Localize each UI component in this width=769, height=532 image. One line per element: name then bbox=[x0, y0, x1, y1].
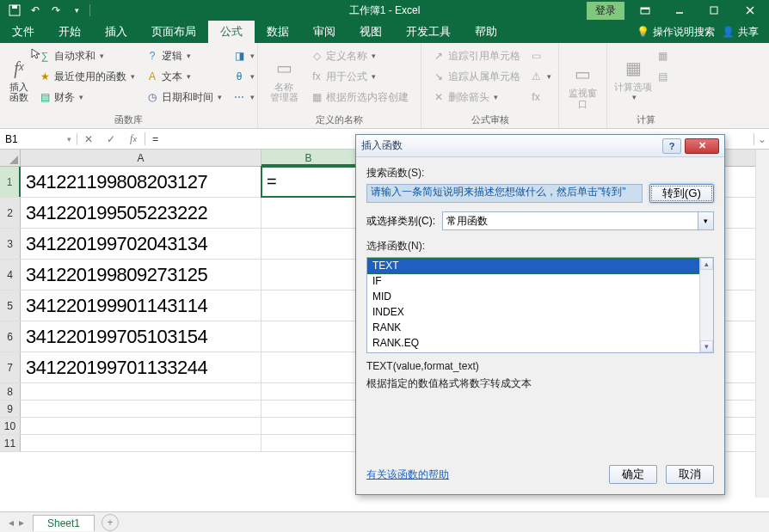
trace-precedents-button[interactable]: ↗追踪引用单元格 bbox=[428, 46, 524, 65]
cell[interactable] bbox=[21, 435, 261, 451]
trace-dependents-button[interactable]: ↘追踪从属单元格 bbox=[428, 67, 524, 86]
cell[interactable] bbox=[261, 198, 356, 228]
scroll-down-icon[interactable]: ▾ bbox=[700, 340, 713, 352]
math-button[interactable]: θ▾ bbox=[229, 67, 258, 86]
row-header[interactable]: 5 bbox=[0, 290, 21, 321]
insert-function-button[interactable]: fx 插入函数 bbox=[7, 46, 31, 112]
cell[interactable] bbox=[261, 290, 356, 321]
minimize-button[interactable] bbox=[662, 0, 697, 21]
enter-formula-icon[interactable]: ✓ bbox=[100, 133, 122, 145]
row-header[interactable]: 8 bbox=[0, 383, 21, 400]
close-button[interactable] bbox=[731, 0, 769, 21]
qat-customize-icon[interactable]: ▾ bbox=[67, 2, 86, 19]
remove-arrows-button[interactable]: ✕删除箭头▾ bbox=[428, 88, 524, 107]
tab-help[interactable]: 帮助 bbox=[463, 21, 509, 43]
evaluate-formula-button[interactable]: fx bbox=[526, 88, 555, 107]
dialog-close-button[interactable]: ✕ bbox=[685, 138, 719, 154]
cell[interactable] bbox=[261, 321, 356, 352]
tab-page-layout[interactable]: 页面布局 bbox=[139, 21, 208, 43]
cell[interactable] bbox=[261, 383, 356, 400]
create-from-selection-button[interactable]: ▦根据所选内容创建 bbox=[306, 88, 412, 107]
ribbon-options-icon[interactable] bbox=[628, 0, 662, 21]
sheet-tab-1[interactable]: Sheet1 bbox=[33, 515, 95, 531]
row-header[interactable]: 9 bbox=[0, 401, 21, 417]
new-sheet-button[interactable]: + bbox=[102, 514, 119, 531]
cell[interactable] bbox=[261, 435, 356, 451]
tab-file[interactable]: 文件 bbox=[0, 21, 46, 43]
row-header[interactable]: 7 bbox=[0, 352, 21, 382]
login-button[interactable]: 登录 bbox=[587, 2, 624, 20]
cell[interactable]: 341220199505223222 bbox=[21, 198, 261, 228]
share-button[interactable]: 👤 共享 bbox=[722, 25, 759, 40]
row-header[interactable]: 11 bbox=[0, 435, 21, 451]
function-list-item[interactable]: RANK bbox=[367, 320, 713, 335]
cancel-button[interactable]: 取消 bbox=[666, 465, 714, 484]
name-box[interactable]: B1 ▾ bbox=[0, 133, 77, 145]
calc-sheet-button[interactable]: ▤ bbox=[652, 67, 673, 86]
row-header[interactable]: 3 bbox=[0, 229, 21, 259]
cell[interactable] bbox=[261, 229, 356, 259]
cell[interactable] bbox=[261, 352, 356, 382]
function-list-item[interactable]: RANK.EQ bbox=[367, 335, 713, 351]
cell[interactable] bbox=[261, 418, 356, 434]
watch-window-button[interactable]: ▭ 监视窗口 bbox=[566, 46, 600, 125]
cell[interactable]: 341220199702043134 bbox=[21, 229, 261, 259]
recent-functions-button[interactable]: ★最近使用的函数▾ bbox=[34, 67, 138, 86]
use-in-formula-button[interactable]: fx用于公式▾ bbox=[306, 67, 412, 86]
cell[interactable] bbox=[21, 383, 261, 400]
tab-home[interactable]: 开始 bbox=[46, 21, 93, 43]
scroll-up-icon[interactable]: ▴ bbox=[700, 258, 713, 270]
column-header-a[interactable]: A bbox=[21, 150, 261, 166]
function-listbox[interactable]: TEXTIFMIDINDEXRANKRANK.EQRANK.AVG ▴ ▾ bbox=[366, 257, 714, 353]
sheet-nav-prev-icon[interactable]: ◂ bbox=[9, 517, 14, 529]
dialog-help-button[interactable]: ? bbox=[662, 138, 681, 154]
vertical-scrollbar[interactable] bbox=[755, 150, 769, 498]
define-name-button[interactable]: ◇定义名称▾ bbox=[306, 46, 412, 65]
text-button[interactable]: A文本▾ bbox=[142, 67, 225, 86]
select-all-corner[interactable] bbox=[0, 150, 21, 166]
function-list-item[interactable]: MID bbox=[367, 289, 713, 304]
function-list-item[interactable]: TEXT bbox=[367, 258, 713, 273]
name-manager-button[interactable]: ▭ 名称 管理器 bbox=[265, 46, 303, 112]
function-list-item[interactable]: INDEX bbox=[367, 304, 713, 320]
go-button[interactable]: 转到(G) bbox=[649, 184, 714, 203]
autosum-button[interactable]: ∑自动求和▾ bbox=[34, 46, 138, 65]
cell[interactable]: 341220199701133244 bbox=[21, 352, 261, 382]
sheet-nav-next-icon[interactable]: ▸ bbox=[19, 517, 24, 529]
column-header-b[interactable]: B bbox=[261, 150, 356, 166]
lookup-button[interactable]: ◨▾ bbox=[229, 46, 258, 65]
error-check-button[interactable]: ⚠▾ bbox=[526, 67, 555, 86]
tab-data[interactable]: 数据 bbox=[255, 21, 301, 43]
listbox-scrollbar[interactable]: ▴ ▾ bbox=[699, 258, 713, 352]
name-box-dropdown-icon[interactable]: ▾ bbox=[67, 135, 71, 144]
tab-developer[interactable]: 开发工具 bbox=[394, 21, 463, 43]
dialog-titlebar[interactable]: 插入函数 ? ✕ bbox=[356, 135, 724, 157]
formula-bar-expand-icon[interactable]: ⌄ bbox=[754, 133, 769, 145]
financial-button[interactable]: ▤财务▾ bbox=[34, 88, 138, 107]
cell[interactable]: 341220199809273125 bbox=[21, 260, 261, 290]
row-header[interactable]: 6 bbox=[0, 321, 21, 352]
function-list-item[interactable]: RANK.AVG bbox=[367, 351, 713, 353]
function-help-link[interactable]: 有关该函数的帮助 bbox=[366, 468, 449, 482]
show-formulas-button[interactable]: ▭ bbox=[526, 46, 555, 65]
row-header[interactable]: 4 bbox=[0, 260, 21, 290]
cell[interactable]: 341220199901143114 bbox=[21, 290, 261, 321]
cell[interactable] bbox=[21, 418, 261, 434]
maximize-button[interactable] bbox=[697, 0, 731, 21]
tab-view[interactable]: 视图 bbox=[348, 21, 394, 43]
cell[interactable]: 341221199808203127 bbox=[21, 167, 261, 197]
datetime-button[interactable]: ◷日期和时间▾ bbox=[142, 88, 225, 107]
redo-icon[interactable]: ↷ bbox=[46, 2, 65, 19]
search-function-input[interactable]: 请输入一条简短说明来描述您想做什么，然后单击"转到" bbox=[366, 184, 643, 203]
function-list-item[interactable]: IF bbox=[367, 273, 713, 289]
save-icon[interactable] bbox=[5, 2, 24, 19]
category-select[interactable]: 常用函数 ▾ bbox=[442, 211, 714, 230]
cell[interactable] bbox=[261, 260, 356, 290]
cell[interactable]: 341220199705103154 bbox=[21, 321, 261, 352]
cell[interactable] bbox=[261, 401, 356, 417]
tab-insert[interactable]: 插入 bbox=[93, 21, 139, 43]
undo-icon[interactable]: ↶ bbox=[26, 2, 45, 19]
cell[interactable]: = bbox=[261, 167, 356, 197]
cancel-formula-icon[interactable]: ✕ bbox=[77, 133, 100, 145]
calc-options-button[interactable]: ▦ 计算选项 ▾ bbox=[614, 46, 652, 112]
